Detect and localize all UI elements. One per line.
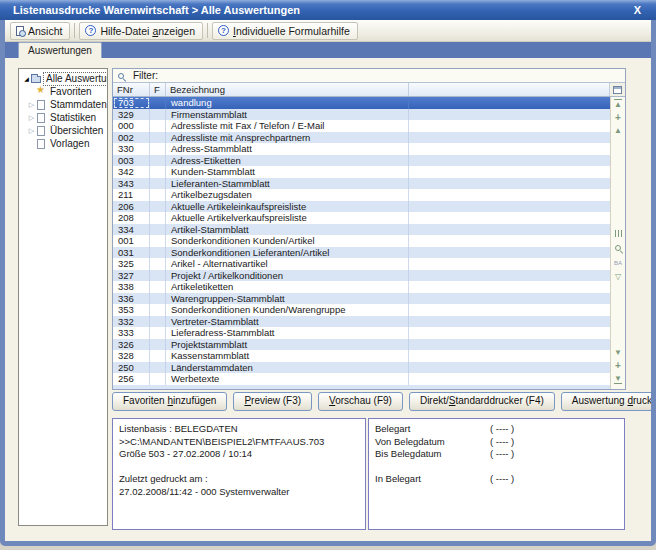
- tree-item-label: Favoriten: [48, 86, 94, 98]
- cell-extra: [409, 270, 610, 282]
- button-direkt-standarddrucker-f4[interactable]: Direkt/Standarddrucker (F4): [409, 392, 555, 411]
- table-row[interactable]: 256Werbetexte: [113, 373, 610, 385]
- row-up-icon[interactable]: ▲: [611, 125, 625, 137]
- table-rows: 703wandlung329Firmenstammblatt000Adressl…: [113, 97, 610, 389]
- button-auswertung-drucken[interactable]: Auswertung drucken: [561, 392, 651, 411]
- cell-extra: [409, 235, 610, 247]
- cell-bez: Arikel - Alternativartikel: [166, 258, 409, 270]
- table-row[interactable]: 000Adressliste mit Fax / Telefon / E-Mai…: [113, 120, 610, 132]
- cell-f: [150, 178, 166, 190]
- info-field-belegart: Belegart( ---- ): [375, 423, 618, 436]
- tree-expander-icon[interactable]: ▷: [27, 127, 36, 135]
- table-row[interactable]: 338Artikeletiketten: [113, 281, 610, 293]
- table-row[interactable]: 336Warengruppen-Stammblatt: [113, 293, 610, 305]
- cell-extra: [409, 316, 610, 328]
- toolbar-button-hilfe-datei-anzeigen[interactable]: ?Hilfe-Datei anzeigen: [79, 22, 203, 40]
- cell-extra: [409, 143, 610, 155]
- table-row[interactable]: 206Aktuelle Artikeleinkaufspreisliste: [113, 201, 610, 213]
- beleg-filter-panel: Belegart( ---- )Von Belegdatum( ---- )Bi…: [368, 418, 625, 530]
- cell-extra: [409, 120, 610, 132]
- page-down-icon[interactable]: +: [611, 360, 625, 372]
- page-glyph: [37, 100, 45, 110]
- tree-item-übersichten[interactable]: ▷Übersichten: [19, 124, 107, 137]
- table-row[interactable]: 328Kassenstammblatt: [113, 350, 610, 362]
- table-row[interactable]: 329Firmenstammblatt: [113, 109, 610, 121]
- table-row[interactable]: 002Adressliste mit Ansprechpartnern: [113, 132, 610, 144]
- page-icon: [36, 126, 48, 136]
- tab-auswertungen[interactable]: Auswertungen: [18, 42, 102, 58]
- cell-fnr: 208: [113, 212, 150, 224]
- ba-icon[interactable]: BA: [611, 257, 625, 269]
- table-row[interactable]: 326Projektstammblatt: [113, 339, 610, 351]
- tree-expander-icon[interactable]: ◢: [22, 75, 31, 82]
- last-record-icon[interactable]: ▼: [611, 373, 625, 385]
- tree-item-stammdaten[interactable]: ▷Stammdaten: [19, 98, 107, 111]
- columns-icon[interactable]: [611, 229, 625, 241]
- page-glyph: [37, 113, 45, 123]
- filter-icon[interactable]: ▽: [611, 271, 625, 283]
- cell-fnr: 326: [113, 339, 150, 351]
- table-row[interactable]: 003Adress-Etiketten: [113, 155, 610, 167]
- table-row[interactable]: 332Vertreter-Stammblatt: [113, 316, 610, 328]
- column-chooser-cell[interactable]: [610, 83, 625, 96]
- cell-f: [150, 132, 166, 144]
- cell-bez: Sonderkonditionen Kunden/Artikel: [166, 235, 409, 247]
- table-row[interactable]: 211Artikelbezugsdaten: [113, 189, 610, 201]
- table-row[interactable]: 343Lieferanten-Stammblatt: [113, 178, 610, 190]
- cell-f: [150, 281, 166, 293]
- preview-icon: [16, 26, 24, 36]
- cell-f: [150, 224, 166, 236]
- table-row[interactable]: 703wandlung: [113, 97, 610, 109]
- toolbar-separator: [74, 23, 75, 38]
- column-header-f[interactable]: F: [150, 83, 166, 96]
- button-preview-f3[interactable]: Preview (F3): [233, 392, 312, 411]
- cell-fnr: 338: [113, 281, 150, 293]
- field-value: ( ---- ): [490, 423, 514, 436]
- cell-fnr: 000: [113, 120, 150, 132]
- column-header-fnr[interactable]: FNr: [113, 83, 150, 96]
- cell-f: [150, 362, 166, 374]
- filter-row[interactable]: Filter:: [113, 69, 625, 83]
- close-button[interactable]: X: [631, 0, 644, 20]
- tree-item-vorlagen[interactable]: Vorlagen: [19, 137, 107, 150]
- table-row[interactable]: 353Sonderkonditionen Kunden/Warengruppe: [113, 304, 610, 316]
- column-header-empty[interactable]: [409, 83, 610, 96]
- table-row[interactable]: 325Arikel - Alternativartikel: [113, 258, 610, 270]
- table-row[interactable]: 342Kunden-Stammblatt: [113, 166, 610, 178]
- first-record-icon[interactable]: ▲: [611, 99, 625, 111]
- button-vorschau-f9[interactable]: Vorschau (F9): [318, 392, 403, 411]
- table-row[interactable]: 250Länderstammdaten: [113, 362, 610, 374]
- table-row[interactable]: 327Projekt / Artikelkonditionen: [113, 270, 610, 282]
- table-row[interactable]: 334Artikel-Stammblatt: [113, 224, 610, 236]
- field-label: Belegart: [375, 423, 410, 434]
- cell-bez: Lieferadress-Stammblatt: [166, 327, 409, 339]
- cell-bez: Werbetexte: [166, 373, 409, 385]
- cell-bez: Länderstammdaten: [166, 362, 409, 374]
- info-line: Zuletzt gedruckt am :: [119, 473, 359, 486]
- tree-item-favoriten[interactable]: ★Favoriten: [19, 85, 107, 98]
- toolbar-button-ansicht[interactable]: Ansicht: [10, 22, 70, 40]
- button-favoriten-hinzufügen[interactable]: Favoriten hinzufügen: [112, 392, 227, 411]
- table-row[interactable]: 031Sonderkonditionen Lieferanten/Artikel: [113, 247, 610, 259]
- page-up-icon[interactable]: +: [611, 112, 625, 124]
- cell-fnr: 333: [113, 327, 150, 339]
- cell-f: [150, 247, 166, 259]
- table-row[interactable]: 001Sonderkonditionen Kunden/Artikel: [113, 235, 610, 247]
- tree-item-label: Statistiken: [48, 112, 98, 124]
- row-down-icon[interactable]: ▼: [611, 347, 625, 359]
- column-chooser-icon[interactable]: [613, 86, 622, 94]
- table-row[interactable]: 333Lieferadress-Stammblatt: [113, 327, 610, 339]
- tree-item-alle-auswertungen[interactable]: ◢Alle Auswertungen: [19, 72, 107, 85]
- toolbar-button-individuelle-formularhilfe[interactable]: ?Individuelle Formularhilfe: [212, 22, 358, 40]
- tree-expander-icon[interactable]: ▷: [27, 114, 36, 122]
- cell-bez: Kassenstammblatt: [166, 350, 409, 362]
- cell-f: [150, 258, 166, 270]
- page-icon: [36, 139, 48, 149]
- tree-item-statistiken[interactable]: ▷Statistiken: [19, 111, 107, 124]
- column-header-bezeichnung[interactable]: Bezeichnung: [166, 83, 409, 96]
- tree-item-label: Alle Auswertungen: [43, 72, 108, 86]
- tree-expander-icon[interactable]: ▷: [27, 101, 36, 109]
- table-row[interactable]: 208Aktuelle Artikelverkaufspreisliste: [113, 212, 610, 224]
- table-row[interactable]: 330Adress-Stammblatt: [113, 143, 610, 155]
- search-icon[interactable]: [611, 243, 625, 255]
